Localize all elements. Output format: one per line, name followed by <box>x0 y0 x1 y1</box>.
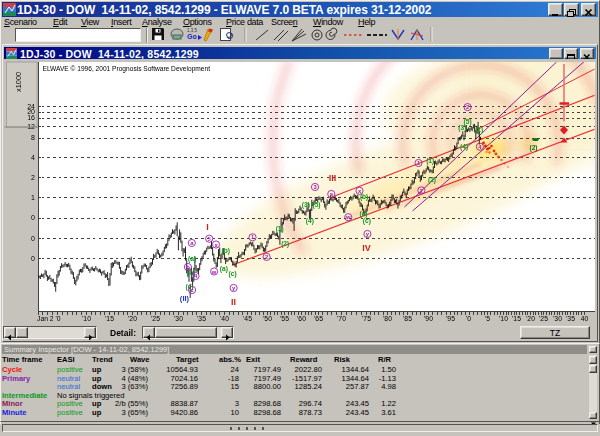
svg-text:'45: '45 <box>243 315 252 322</box>
svg-text:(a): (a) <box>219 265 227 273</box>
svg-text:'15: '15 <box>512 315 521 322</box>
svg-text:(2): (2) <box>427 176 435 184</box>
svg-text:16: 16 <box>27 114 35 121</box>
svg-text:(c): (c) <box>228 270 236 278</box>
svg-text:'40: '40 <box>220 315 229 322</box>
svg-text:0: 0 <box>31 235 35 242</box>
svg-text:'10: '10 <box>499 315 508 322</box>
svg-text:(1): (1) <box>475 126 483 134</box>
svg-text:'35: '35 <box>197 315 206 322</box>
svg-text:'20: '20 <box>526 315 535 322</box>
svg-text:40: 40 <box>580 315 588 322</box>
svg-text:b: b <box>186 264 190 270</box>
svg-text:(II): (II) <box>179 294 189 303</box>
svg-text:'15: '15 <box>105 315 114 322</box>
svg-text:'10: '10 <box>82 315 91 322</box>
svg-text:1: 1 <box>31 194 35 201</box>
svg-text:(a): (a) <box>359 210 367 218</box>
svg-text:0: 0 <box>31 214 35 221</box>
svg-text:'20: '20 <box>128 315 137 322</box>
svg-text:Go: Go <box>187 33 197 40</box>
svg-text:'85: '85 <box>403 315 412 322</box>
svg-text:(3): (3) <box>301 201 309 209</box>
svg-text:'95: '95 <box>446 315 455 322</box>
svg-text:(3): (3) <box>458 124 466 132</box>
svg-text:(5): (5) <box>463 118 471 126</box>
svg-text:'80: '80 <box>383 315 392 322</box>
svg-text:'75: '75 <box>362 315 371 322</box>
svg-text:'0: '0 <box>465 315 470 322</box>
svg-text:(4): (4) <box>305 217 313 225</box>
svg-text:w: w <box>345 214 351 220</box>
svg-text:0: 0 <box>31 255 35 262</box>
svg-text:(2): (2) <box>281 240 289 248</box>
svg-text:(5): (5) <box>312 201 320 209</box>
svg-text:(a): (a) <box>188 255 196 263</box>
svg-text:2: 2 <box>31 174 35 181</box>
svg-text:I: I <box>206 222 209 232</box>
svg-text:4: 4 <box>31 154 35 161</box>
svg-text:'30: '30 <box>174 315 183 322</box>
svg-text:III: III <box>328 173 336 183</box>
svg-text:ELWAVE © 1996, 2001 Prognosis: ELWAVE © 1996, 2001 Prognosis Software D… <box>42 65 210 73</box>
svg-text:2: 2 <box>465 104 468 110</box>
svg-text:'55: '55 <box>280 315 289 322</box>
svg-text:w: w <box>210 269 216 275</box>
svg-text:'50: '50 <box>263 315 272 322</box>
svg-text:x1000: x1000 <box>13 72 22 92</box>
svg-text:'70: '70 <box>337 315 346 322</box>
svg-text:(c): (c) <box>362 217 370 225</box>
svg-text:Jan 2 '0: Jan 2 '0 <box>37 315 61 322</box>
svg-text:2: 2 <box>419 188 422 194</box>
svg-text:'65: '65 <box>314 315 323 322</box>
svg-text:'60: '60 <box>297 315 306 322</box>
svg-text:'25: '25 <box>151 315 160 322</box>
svg-text:'90: '90 <box>424 315 433 322</box>
svg-text:(1): (1) <box>426 157 434 165</box>
svg-text:'35: '35 <box>566 315 575 322</box>
svg-text:8: 8 <box>31 134 35 141</box>
svg-text:(4): (4) <box>460 143 468 151</box>
svg-text:(2): (2) <box>529 144 537 152</box>
svg-text:12: 12 <box>27 123 35 130</box>
svg-text:'30: '30 <box>553 315 562 322</box>
svg-text:II: II <box>230 297 235 307</box>
svg-text:(1): (1) <box>275 225 283 233</box>
svg-text:2: 2 <box>264 254 267 260</box>
svg-text:(b): (b) <box>221 247 229 255</box>
svg-text:'5: '5 <box>484 315 489 322</box>
svg-text:IV: IV <box>362 243 371 253</box>
svg-text:'25: '25 <box>539 315 548 322</box>
